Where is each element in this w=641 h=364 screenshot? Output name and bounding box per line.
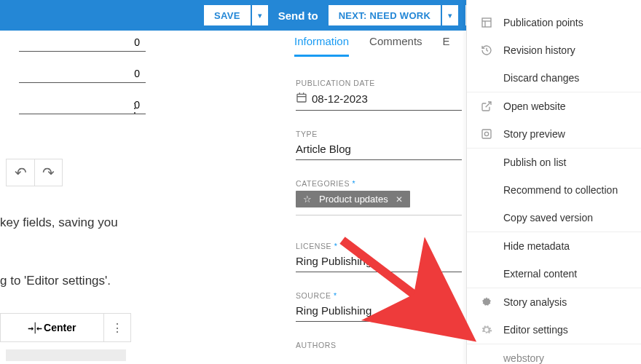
menu-item-label: External content [503, 268, 577, 280]
license-value: Ring Publishing [296, 255, 371, 267]
align-more-button[interactable]: ⋮ [104, 314, 130, 341]
categories-input[interactable]: ☆ Product updates ✕ [296, 191, 462, 215]
svg-point-9 [484, 132, 488, 135]
menu-item-label: Recommend to collection [503, 184, 618, 196]
preview-icon [480, 127, 493, 141]
menu-item-label: Editor settings [503, 324, 568, 336]
save-dropdown-caret[interactable]: ▾ [252, 5, 268, 25]
menu-item-label: Hide metadata [503, 240, 570, 252]
menu-item-discard-changes[interactable]: Discard changes [467, 64, 641, 92]
body-text-fragment: key fields, saving you [0, 215, 118, 230]
menu-item-open-website[interactable]: Open website [467, 92, 641, 120]
field-label: PUBLICATION DATE [296, 79, 462, 87]
more-vertical-icon[interactable]: ⋮ [128, 106, 141, 109]
counter-field: 0 [19, 66, 146, 83]
undo-redo-group: ↶ ↷ [6, 159, 63, 186]
source-input[interactable]: Ring Publishing [296, 303, 462, 322]
menu-item-webstory[interactable]: webstory [467, 344, 641, 364]
layout-icon [480, 16, 493, 29]
tab-information[interactable]: Information [294, 35, 349, 57]
save-button[interactable]: SAVE [204, 5, 251, 25]
undo-button[interactable]: ↶ [7, 159, 34, 186]
chip-remove-icon[interactable]: ✕ [396, 194, 403, 205]
chevron-down-icon: ▾ [258, 11, 262, 20]
align-center-button[interactable]: →│← Center [1, 314, 104, 341]
menu-item-revision-history[interactable]: Revision history [467, 36, 641, 64]
menu-item-copy-saved-version[interactable]: Copy saved version [467, 204, 641, 232]
menu-item-label: Copy saved version [503, 212, 593, 223]
menu-item-story-analysis[interactable]: Story analysis [467, 288, 641, 316]
license-input[interactable]: Ring Publishing [296, 253, 462, 272]
svg-rect-0 [297, 94, 306, 102]
blank-icon [480, 240, 493, 253]
send-to-label: Send to [278, 9, 318, 22]
gear-icon [480, 323, 493, 336]
field-label: LICENSE * [296, 242, 462, 250]
placeholder-block [6, 349, 126, 361]
field-type: TYPE Article Blog [291, 130, 466, 160]
menu-item-label: Story preview [503, 128, 565, 140]
chip-label: Product updates [319, 194, 388, 205]
publication-date-value: 08-12-2023 [312, 92, 368, 105]
blank-icon [480, 156, 493, 169]
blank-icon [480, 71, 493, 84]
field-license: LICENSE * Ring Publishing [291, 242, 466, 272]
counter-field: 0 [19, 35, 146, 52]
save-button-group: SAVE ▾ [204, 5, 268, 25]
field-label: TYPE [296, 130, 462, 138]
blank-icon [480, 267, 493, 280]
field-publication-date: PUBLICATION DATE 08-12-2023 [291, 79, 466, 111]
field-authors: AUTHORS [291, 341, 466, 349]
menu-item-label: Story analysis [503, 296, 567, 308]
tab-comments[interactable]: Comments [369, 35, 422, 57]
svg-line-7 [486, 102, 491, 107]
field-label: SOURCE * [296, 291, 462, 300]
align-tool: →│← Center ⋮ [0, 313, 131, 342]
panel-tabs: Information Comments E [294, 35, 466, 57]
info-panel: Information Comments E PUBLICATION DATE … [291, 35, 466, 364]
menu-item-label: webstory [503, 352, 544, 364]
field-label: AUTHORS [296, 341, 462, 349]
svg-rect-8 [482, 130, 491, 138]
body-text-fragment: g to 'Editor settings'. [0, 274, 111, 288]
tab-extra[interactable]: E [443, 35, 450, 57]
external-icon [480, 100, 493, 113]
redo-icon: ↷ [42, 164, 55, 181]
type-value: Article Blog [296, 143, 351, 155]
category-chip[interactable]: ☆ Product updates ✕ [296, 191, 410, 207]
more-vertical-icon: ⋮ [111, 321, 123, 335]
blank-icon [480, 352, 493, 364]
field-label: CATEGORIES * [296, 179, 462, 188]
publication-date-input[interactable]: 08-12-2023 [296, 90, 462, 111]
type-input[interactable]: Article Blog [296, 141, 462, 160]
menu-item-publication-points[interactable]: Publication points [467, 9, 641, 36]
next-status-button[interactable]: NEXT: NEED WORK [329, 5, 441, 25]
next-dropdown-caret[interactable]: ▾ [442, 5, 458, 25]
menu-item-recommend-to-collection[interactable]: Recommend to collection [467, 176, 641, 204]
chevron-down-icon: ▾ [448, 11, 452, 20]
next-button-group: NEXT: NEED WORK ▾ [329, 5, 459, 25]
history-icon [480, 44, 493, 57]
undo-icon: ↶ [15, 164, 27, 181]
counter-field: 0 [19, 98, 146, 114]
menu-item-external-content[interactable]: External content [467, 260, 641, 288]
blank-icon [480, 183, 493, 197]
field-categories: CATEGORIES * ☆ Product updates ✕ [291, 179, 466, 215]
align-center-label: Center [44, 322, 76, 333]
redo-button[interactable]: ↷ [34, 159, 62, 186]
menu-item-label: Publication points [503, 17, 583, 28]
menu-item-label: Open website [503, 100, 566, 112]
blank-icon [480, 211, 493, 224]
menu-item-hide-metadata[interactable]: Hide metadata [467, 232, 641, 260]
menu-item-label: Discard changes [503, 72, 579, 84]
field-source: SOURCE * Ring Publishing [291, 291, 466, 322]
menu-item-editor-settings[interactable]: Editor settings [467, 316, 641, 344]
rosette-icon [480, 296, 493, 309]
menu-item-story-preview[interactable]: Story preview [467, 120, 641, 149]
align-center-icon: →│← [28, 323, 41, 333]
left-snippet: 0 0 0 ⋮ [0, 31, 146, 114]
calendar-icon [296, 92, 307, 106]
menu-item-publish-on-list[interactable]: Publish on list [467, 149, 641, 176]
menu-item-label: Publish on list [503, 157, 566, 168]
menu-item-label: Revision history [503, 44, 575, 56]
